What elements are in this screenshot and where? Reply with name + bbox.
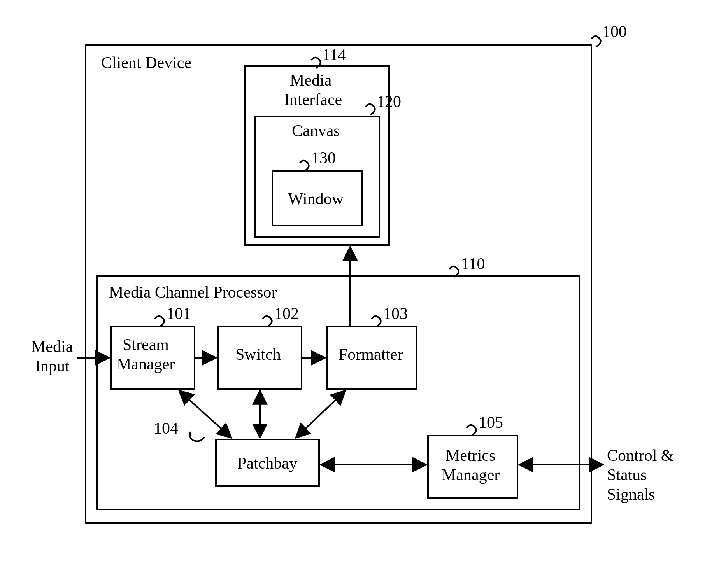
stream-manager-label-2: Manager (117, 355, 175, 373)
patchbay-label: Patchbay (237, 454, 297, 472)
metrics-manager-label-1: Metrics (445, 446, 495, 464)
stream-manager-label-1: Stream (123, 336, 169, 354)
formatter-label: Formatter (338, 345, 403, 363)
ref-102: 102 (274, 304, 299, 322)
media-input-label-2: Input (35, 357, 70, 375)
switch-label: Switch (235, 345, 281, 363)
media-input-label-group: Media Input (31, 338, 73, 375)
arrow-formatter-patchbay (296, 390, 345, 438)
control-status-label-group: Control & Status Signals (607, 446, 674, 503)
ref-114: 114 (322, 46, 346, 64)
ref-120: 120 (377, 93, 401, 110)
metrics-manager-box: Metrics Manager 105 (428, 413, 517, 498)
mcp-label: Media Channel Processor (109, 283, 277, 301)
control-status-label-2: Status (607, 466, 647, 484)
ref-130: 130 (311, 149, 336, 167)
media-interface-label-1: Media (290, 71, 332, 89)
control-status-label-1: Control & (607, 446, 674, 464)
client-device-label: Client Device (101, 54, 191, 72)
ref-105: 105 (479, 413, 503, 431)
window-box: Window 130 (272, 149, 362, 226)
client-device-box: Client Device 100 (86, 23, 627, 523)
metrics-manager-label-2: Manager (442, 466, 500, 484)
media-input-label-1: Media (31, 338, 73, 355)
switch-box: Switch 102 (218, 304, 302, 389)
media-channel-processor-box: Media Channel Processor 110 (97, 255, 580, 509)
formatter-box: Formatter 103 (327, 304, 416, 389)
media-interface-label-2: Interface (284, 91, 342, 108)
arrow-streammanager-patchbay (179, 390, 231, 438)
ref-100: 100 (602, 23, 627, 40)
ref-104: 104 (154, 419, 178, 437)
ref-103: 103 (383, 304, 408, 322)
control-status-label-3: Signals (607, 485, 655, 503)
media-interface-box: Media Interface 114 (245, 46, 389, 245)
ref-101: 101 (167, 304, 191, 322)
stream-manager-box: Stream Manager 101 (111, 304, 195, 389)
ref-110: 110 (461, 255, 485, 273)
window-label: Window (288, 190, 344, 208)
canvas-label: Canvas (292, 122, 340, 140)
diagram-root: Client Device 100 Media Interface 114 Ca… (0, 0, 705, 588)
patchbay-box: Patchbay 104 (154, 419, 319, 486)
